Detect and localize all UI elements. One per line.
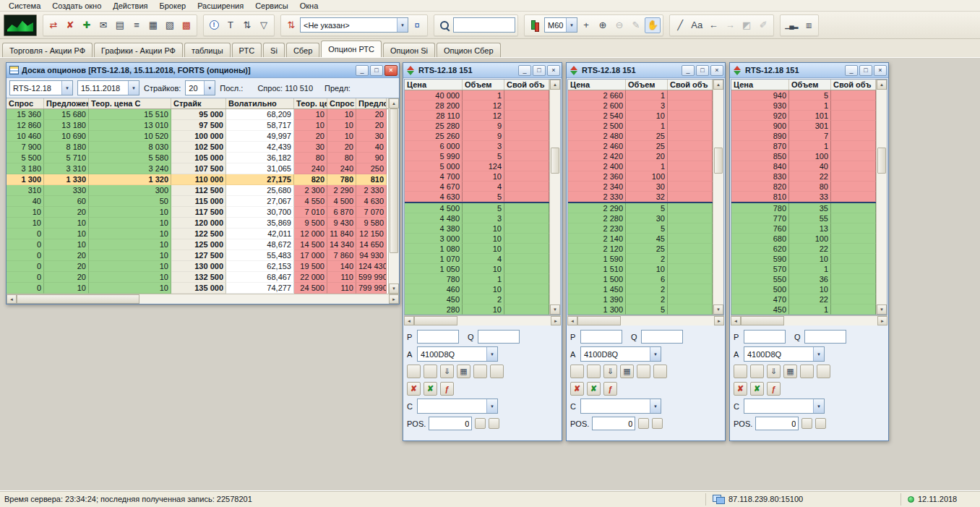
ask-row[interactable]: 830 22 <box>731 171 876 182</box>
menu-item[interactable]: Сервисы <box>249 1 294 11</box>
price-input[interactable] <box>417 330 459 344</box>
ask-row[interactable]: 820 80 <box>731 182 876 192</box>
chevron-down-icon[interactable]: ▼ <box>204 81 215 95</box>
ask-row[interactable]: 6 000 3 <box>405 141 549 151</box>
options-row[interactable]: 12 860 13 180 13 010 97 500 58,717 10 10… <box>7 120 388 131</box>
chevron-down-icon[interactable]: ▼ <box>61 81 72 95</box>
chevron-down-icon[interactable]: ▼ <box>650 347 661 361</box>
bid-row[interactable]: 2 140 45 <box>568 234 713 244</box>
order-grid-button[interactable]: ▦ <box>620 365 634 378</box>
link-button[interactable] <box>490 365 504 378</box>
column-header[interactable]: Теор. цена С <box>89 98 171 108</box>
scrollbar-thumb[interactable] <box>551 148 559 174</box>
bid-row[interactable]: 4 480 3 <box>405 213 549 223</box>
search-icon[interactable] <box>437 17 452 33</box>
cancel-stop-orders-button[interactable]: ƒ <box>767 382 781 396</box>
horizontal-scrollbar[interactable]: ◄ ► <box>567 315 724 325</box>
buy-button[interactable] <box>570 365 584 378</box>
vertical-scrollbar[interactable]: ▲ ▼ <box>876 80 887 315</box>
zoom-in-icon[interactable]: ⊕ <box>595 17 611 33</box>
link-button[interactable] <box>817 365 830 378</box>
buy-button[interactable] <box>407 365 421 378</box>
menu-item[interactable]: Брокер <box>154 1 192 11</box>
scrollbar-thumb[interactable] <box>577 316 621 325</box>
sort-icon[interactable]: ⇅ <box>239 17 255 33</box>
horizontal-scrollbar[interactable]: ◄ ► <box>7 294 399 304</box>
minimize-button[interactable]: _ <box>356 65 369 76</box>
tab[interactable]: Опцион РТС <box>321 41 382 57</box>
scroll-up-icon[interactable]: ▲ <box>877 80 887 90</box>
ask-row[interactable]: 25 280 9 <box>405 121 549 131</box>
window-titlebar[interactable]: RTS-12.18 151 _ □ × <box>730 63 888 78</box>
portfolio-icon[interactable]: ¤ <box>409 17 425 33</box>
cancel-buy-orders-button[interactable]: ✘ <box>570 382 584 396</box>
horizontal-scrollbar[interactable]: ◄ ► <box>731 315 887 325</box>
bid-row[interactable]: 1 450 2 <box>568 284 713 294</box>
column-header[interactable]: Объем <box>789 80 831 90</box>
column-header[interactable]: Объем <box>463 80 504 90</box>
news-icon[interactable]: ▤ <box>112 17 128 33</box>
column-header[interactable]: Предложе <box>356 98 387 108</box>
options-row[interactable]: 0 10 10 135 000 74,277 24 500 110 799 99… <box>7 283 388 294</box>
options-row[interactable]: 1 300 1 330 1 320 110 000 27,175 820 780… <box>7 174 388 185</box>
instrument-combo[interactable]: <Не указан> ▼ <box>300 17 408 33</box>
menu-item[interactable]: Расширения <box>192 1 249 11</box>
client-combo[interactable]: ▼ <box>417 399 498 414</box>
scroll-down-icon[interactable]: ▼ <box>389 284 399 294</box>
ask-row[interactable]: 870 1 <box>731 141 876 151</box>
maximize-button[interactable]: □ <box>859 65 872 76</box>
menu-item[interactable]: Окна <box>294 1 324 11</box>
client-combo[interactable]: ▼ <box>580 399 661 414</box>
bid-row[interactable]: 760 13 <box>731 223 876 234</box>
chevron-down-icon[interactable]: ▼ <box>813 347 824 361</box>
text-tool-icon[interactable]: Aa <box>689 17 705 33</box>
client-combo[interactable]: ▼ <box>744 399 825 414</box>
column-header[interactable]: Цена <box>731 80 789 90</box>
ask-row[interactable]: 2 600 3 <box>568 101 713 111</box>
line-tool-icon[interactable]: ╱ <box>672 17 688 33</box>
scroll-up-icon[interactable]: ▲ <box>550 80 560 90</box>
ask-row[interactable]: 4 670 4 <box>405 182 549 192</box>
minimize-button[interactable]: _ <box>682 65 695 76</box>
cancel-sell-orders-button[interactable]: ✘ <box>587 382 601 396</box>
tab[interactable]: Сбер <box>286 43 319 57</box>
window-titlebar[interactable]: RTS-12.18 151 _ □ × <box>567 63 725 78</box>
column-header[interactable]: Спрос <box>7 98 44 108</box>
position-extra-button-1[interactable] <box>801 418 812 429</box>
column-header[interactable]: Предложен <box>44 98 89 108</box>
options-row[interactable]: 0 20 10 130 000 62,153 19 500 140 124 43… <box>7 261 388 272</box>
minimize-button[interactable]: _ <box>845 65 858 76</box>
cancel-sell-orders-button[interactable]: ✘ <box>750 382 764 396</box>
column-header[interactable]: Свой объ <box>504 80 549 90</box>
tab[interactable]: РТС <box>232 43 262 57</box>
bid-row[interactable]: 1 050 10 <box>405 264 549 274</box>
horizontal-scrollbar[interactable]: ◄ ► <box>404 315 561 325</box>
bid-row[interactable]: 680 100 <box>731 234 876 244</box>
options-row[interactable]: 10 460 10 690 10 520 100 000 49,997 20 1… <box>7 131 388 142</box>
drop-order-button[interactable]: ⇓ <box>767 365 781 378</box>
options-row[interactable]: 0 10 10 125 000 48,672 14 500 14 340 14 … <box>7 239 388 250</box>
position-extra-button-2[interactable] <box>815 418 826 429</box>
bid-row[interactable]: 470 22 <box>731 294 876 304</box>
options-row[interactable]: 3 180 3 310 3 240 107 500 31,065 240 240… <box>7 163 388 174</box>
bid-row[interactable]: 460 10 <box>405 284 549 294</box>
scroll-up-icon[interactable]: ▲ <box>389 98 399 108</box>
chevron-down-icon[interactable]: ▼ <box>650 399 661 413</box>
ask-row[interactable]: 2 340 30 <box>568 182 713 192</box>
minimize-button[interactable]: _ <box>518 65 531 76</box>
quantity-input[interactable] <box>478 330 520 344</box>
ask-row[interactable]: 930 1 <box>731 101 876 111</box>
bid-row[interactable]: 1 500 6 <box>568 274 713 284</box>
bid-row[interactable]: 2 280 30 <box>568 213 713 223</box>
edit-chart-icon[interactable]: ✎ <box>628 17 644 33</box>
options-row[interactable]: 0 10 10 122 500 42,011 12 000 11 840 12 … <box>7 229 388 239</box>
bid-row[interactable]: 780 35 <box>731 203 876 213</box>
bid-row[interactable]: 1 080 10 <box>405 244 549 254</box>
quantity-input[interactable] <box>804 330 846 344</box>
base-contract-combo[interactable]: RTS-12.18 ▼ <box>9 80 73 95</box>
chevron-down-icon[interactable]: ▼ <box>566 18 577 32</box>
ask-row[interactable]: 2 500 1 <box>568 121 713 131</box>
mail-icon[interactable]: ✉ <box>95 17 111 33</box>
scrollbar-thumb[interactable] <box>17 294 139 304</box>
quotes-list-icon[interactable]: ≡ <box>129 17 145 33</box>
